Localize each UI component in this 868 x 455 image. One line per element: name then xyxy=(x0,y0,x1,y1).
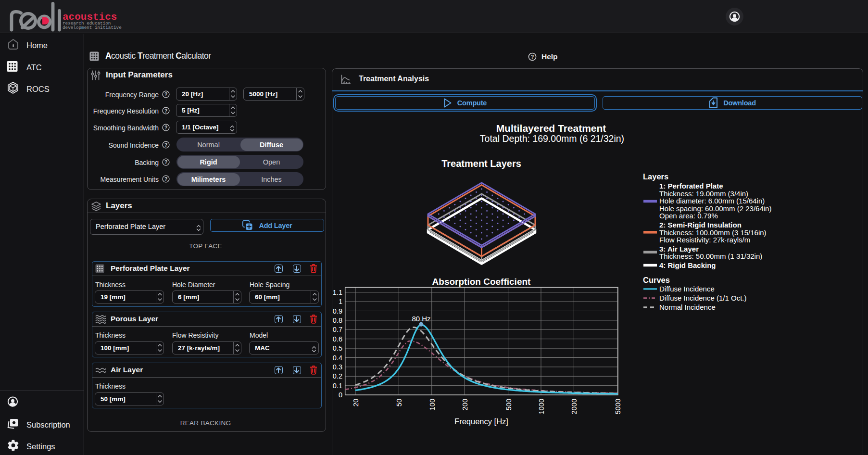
svg-text:0: 0 xyxy=(339,391,342,399)
svg-text:1000: 1000 xyxy=(538,399,545,414)
svg-text:5000: 5000 xyxy=(614,399,622,414)
svg-text:Thickness: 50.00mm (1 31/32in): Thickness: 50.00mm (1 31/32in) xyxy=(659,252,762,260)
svg-text:Flow Resistivity: 27k·rayls/m: Flow Resistivity: 27k·rayls/m xyxy=(659,236,750,244)
svg-text:0.4: 0.4 xyxy=(333,354,342,362)
svg-text:500: 500 xyxy=(505,399,513,410)
svg-text:Treatment Layers: Treatment Layers xyxy=(441,158,521,169)
svg-text:0.7: 0.7 xyxy=(333,326,342,333)
svg-text:Diffuse Incidence: Diffuse Incidence xyxy=(659,285,715,293)
svg-text:0.6: 0.6 xyxy=(333,335,342,343)
svg-text:0.5: 0.5 xyxy=(333,344,342,352)
svg-text:0.2: 0.2 xyxy=(333,372,342,380)
svg-text:Open area: 0.79%: Open area: 0.79% xyxy=(659,212,718,220)
svg-text:Normal Incidence: Normal Incidence xyxy=(659,303,716,311)
svg-text:Total Depth: 169.00mm (6 21/32: Total Depth: 169.00mm (6 21/32in) xyxy=(480,133,624,144)
svg-text:80 Hz: 80 Hz xyxy=(412,315,430,323)
svg-text:1.1: 1.1 xyxy=(333,289,342,296)
svg-text:0.3: 0.3 xyxy=(333,363,342,371)
svg-text:2: Semi-Rigid Insulation: 2: Semi-Rigid Insulation xyxy=(659,221,742,229)
svg-text:0.9: 0.9 xyxy=(333,307,342,315)
svg-text:100: 100 xyxy=(428,399,436,410)
svg-text:Absorption Coefficient: Absorption Coefficient xyxy=(432,277,531,287)
svg-text:0.8: 0.8 xyxy=(333,316,342,324)
svg-text:1: 1 xyxy=(339,298,342,305)
svg-text:Frequency [Hz]: Frequency [Hz] xyxy=(454,417,508,426)
svg-text:Hole diameter: 6.00mm (15/64in: Hole diameter: 6.00mm (15/64in) xyxy=(659,197,765,205)
svg-text:Curves: Curves xyxy=(643,276,670,284)
svg-text:Thickness: 100.00mm (3 15/16in: Thickness: 100.00mm (3 15/16in) xyxy=(659,228,767,237)
svg-text:Multilayered Treatment: Multilayered Treatment xyxy=(496,123,606,134)
svg-text:0.1: 0.1 xyxy=(333,382,342,390)
svg-text:3: Air Layer: 3: Air Layer xyxy=(659,245,699,253)
svg-text:Diffuse Incidence (1/1 Oct.): Diffuse Incidence (1/1 Oct.) xyxy=(659,294,746,302)
svg-text:1: Perforated Plate: 1: Perforated Plate xyxy=(659,182,723,190)
svg-text:4: Rigid Backing: 4: Rigid Backing xyxy=(659,261,716,269)
svg-text:Thickness: 19.00mm (3/4in): Thickness: 19.00mm (3/4in) xyxy=(659,190,748,198)
svg-text:20: 20 xyxy=(352,399,360,406)
svg-text:Layers: Layers xyxy=(643,172,668,181)
svg-text:200: 200 xyxy=(461,399,469,410)
svg-text:2000: 2000 xyxy=(570,399,578,414)
svg-text:50: 50 xyxy=(395,399,403,406)
svg-text:Hole spacing: 60.00mm (2 23/64: Hole spacing: 60.00mm (2 23/64in) xyxy=(659,204,771,213)
